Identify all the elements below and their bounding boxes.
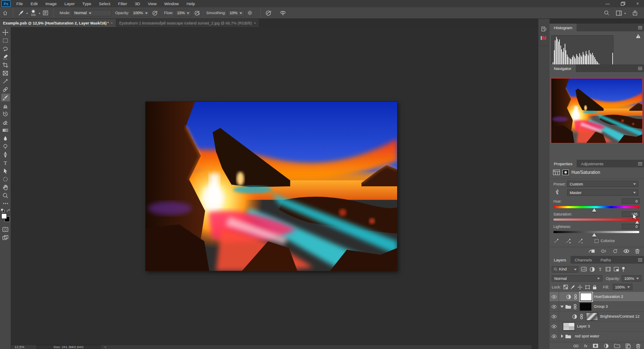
navigator-proxy-view[interactable] (551, 78, 643, 143)
tab-channels[interactable]: Channels (571, 256, 596, 264)
panel-menu-icon[interactable] (638, 162, 642, 166)
delete-layer-trash-icon[interactable] (636, 343, 641, 349)
healing-brush-tool[interactable] (1, 85, 10, 93)
layer-row-hue-saturation-2[interactable]: Hue/Saturation 2 (550, 292, 644, 302)
dodge-tool[interactable] (1, 143, 10, 150)
menu-view[interactable]: View (144, 1, 160, 6)
layer-filter-kind-dropdown[interactable]: Kind (552, 266, 578, 273)
brush-tool[interactable] (1, 94, 10, 101)
lock-pixels-icon[interactable] (570, 285, 575, 290)
group-mask-thumbnail[interactable] (580, 303, 592, 311)
view-previous-state-icon[interactable] (601, 249, 607, 253)
layer-visibility-eye-icon[interactable] (550, 292, 559, 302)
new-adjustment-layer-icon[interactable] (604, 343, 609, 349)
layer-name[interactable]: Hue/Saturation 2 (594, 294, 623, 299)
tab-histogram[interactable]: Histogram (550, 24, 577, 31)
filter-type-layers-icon[interactable]: T (598, 267, 603, 272)
menu-window[interactable]: Window (161, 1, 183, 6)
layer-row-layer-3[interactable]: Layer 3 (550, 322, 644, 331)
shape-tool[interactable] (1, 175, 10, 183)
colorize-checkbox[interactable]: Colorize (595, 239, 615, 243)
im-plugin-icon[interactable]: IM (541, 35, 546, 41)
lock-artboard-icon[interactable] (585, 285, 590, 290)
eyedropper-sample-icon[interactable] (553, 238, 559, 244)
blur-tool[interactable] (1, 134, 10, 142)
visibility-eye-icon[interactable] (623, 249, 629, 253)
search-icon[interactable] (604, 10, 610, 16)
lightness-value[interactable]: 0 (622, 224, 640, 229)
gradient-tool[interactable] (1, 126, 10, 134)
new-layer-icon[interactable] (626, 343, 631, 349)
lock-position-icon[interactable] (577, 285, 583, 290)
flow-dropdown[interactable]: 15% (175, 10, 192, 16)
brush-tool-preset-icon[interactable] (16, 10, 30, 16)
add-layer-mask-icon[interactable] (592, 343, 598, 348)
menu-file[interactable]: File (12, 1, 27, 6)
layer-mask-thumbnail[interactable] (586, 313, 598, 321)
new-group-icon[interactable] (614, 343, 620, 348)
tab-layers[interactable]: Layers (550, 256, 571, 264)
mask-link-icon[interactable] (574, 304, 577, 310)
menu-edit[interactable]: Edit (27, 1, 41, 6)
layer-visibility-eye-icon[interactable] (550, 331, 559, 341)
quick-mask-icon[interactable] (1, 225, 10, 233)
tab-navigator[interactable]: Navigator (550, 64, 576, 72)
layer-name[interactable]: Brightness/Contrast 12 (600, 314, 640, 319)
menu-select[interactable]: Select (95, 1, 114, 6)
eraser-tool[interactable] (1, 118, 10, 126)
link-layers-icon[interactable] (573, 344, 579, 348)
lasso-tool[interactable] (1, 45, 10, 52)
layer-thumbnail[interactable] (563, 322, 575, 331)
lock-transparency-icon[interactable] (563, 285, 568, 289)
menu-filter[interactable]: Filter (114, 1, 131, 6)
clip-to-layer-icon[interactable] (589, 249, 595, 254)
layer-name[interactable]: Layer 3 (577, 324, 590, 328)
delete-adjustment-trash-icon[interactable] (635, 249, 640, 254)
tab-paths[interactable]: Paths (596, 256, 615, 264)
airbrush-icon[interactable] (192, 10, 203, 16)
paint-symmetry-icon[interactable] (277, 10, 289, 16)
minimize-button[interactable]: — (605, 1, 610, 6)
preset-dropdown[interactable]: Custom (567, 181, 638, 187)
tab-properties[interactable]: Properties (550, 160, 577, 167)
mask-link-icon[interactable] (574, 294, 577, 300)
tab-close-icon[interactable]: × (111, 21, 113, 25)
pressure-opacity-icon[interactable] (150, 10, 161, 16)
document-tab-active[interactable]: Example.psb @ 12,5% (Hue/Saturation 2, L… (0, 19, 116, 27)
layer-name[interactable]: Group 3 (594, 304, 608, 309)
object-selection-tool[interactable] (1, 53, 10, 61)
pen-tool[interactable] (1, 151, 10, 158)
lightness-slider-thumb[interactable] (592, 233, 596, 237)
hue-slider-thumb[interactable] (592, 208, 596, 212)
crop-tool[interactable] (1, 61, 10, 69)
histogram-graph[interactable] (551, 35, 614, 69)
targeted-adjustment-icon[interactable] (554, 189, 561, 196)
layer-row-brightness-contrast-12[interactable]: Brightness/Contrast 12 (550, 312, 644, 322)
collapsed-panel-icon[interactable] (541, 26, 547, 32)
document-size-info[interactable]: Doc: 241.3M/2.64G (36, 345, 101, 349)
group-collapse-chevron[interactable] (561, 334, 563, 338)
swap-colors-icon[interactable] (6, 209, 10, 212)
menu-type[interactable]: Type (79, 1, 95, 6)
smoothing-dropdown[interactable]: 10% (228, 10, 245, 16)
menu-image[interactable]: Image (42, 1, 61, 6)
lock-all-icon[interactable] (592, 285, 597, 290)
layer-visibility-eye-icon[interactable] (550, 302, 559, 312)
group-expand-chevron[interactable] (560, 306, 564, 308)
home-icon[interactable] (0, 10, 10, 16)
edit-toolbar-icon[interactable] (1, 200, 10, 207)
lightness-slider[interactable] (553, 231, 639, 233)
marquee-tool[interactable] (1, 36, 10, 44)
tab-adjustments[interactable]: Adjustments (577, 160, 608, 167)
frame-tool[interactable] (1, 69, 10, 77)
reset-adjustment-icon[interactable] (613, 249, 618, 254)
layer-opacity-dropdown[interactable]: 100% (622, 275, 641, 282)
document-tab-inactive[interactable]: Eystrahorn 1 krossanesfjall seascape ice… (116, 19, 259, 27)
close-button[interactable]: × (636, 1, 639, 6)
channel-dropdown[interactable]: Master (567, 189, 638, 196)
hue-slider[interactable] (553, 206, 639, 208)
eyedropper-subtract-icon[interactable] (577, 238, 583, 244)
toggle-brush-settings-icon[interactable] (40, 10, 51, 16)
filter-pixel-layers-icon[interactable] (581, 267, 587, 272)
smoothing-options-gear-icon[interactable] (245, 10, 255, 16)
